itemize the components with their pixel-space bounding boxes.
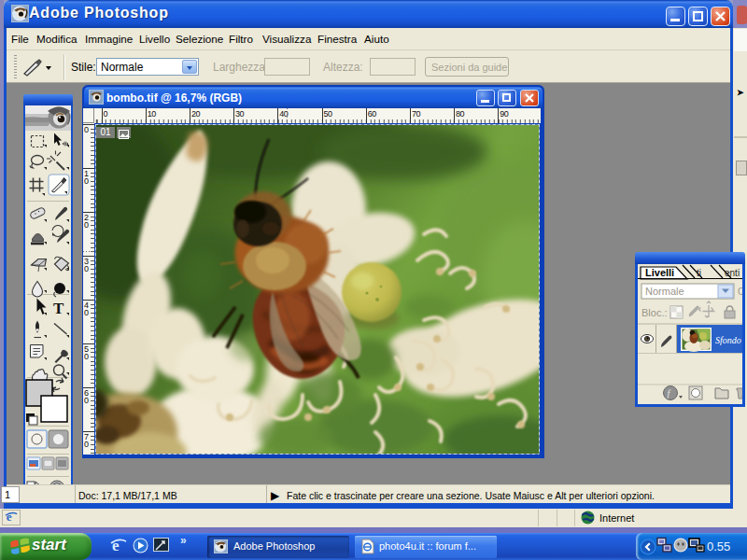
svg-text:enti: enti (725, 268, 740, 278)
svg-text:Normale: Normale (645, 286, 684, 297)
svg-text:O: O (738, 287, 742, 297)
svg-text:Sfondo: Sfondo (715, 335, 741, 345)
svg-text:T: T (53, 300, 64, 317)
svg-text:Bloc.:: Bloc.: (641, 307, 668, 318)
svg-text:ti: ti (697, 268, 701, 278)
svg-text:Livelli: Livelli (645, 267, 674, 278)
